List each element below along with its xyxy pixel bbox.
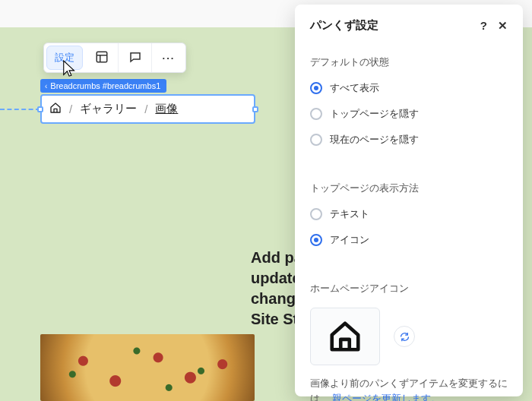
footer-note-link[interactable]: 親ページを更新します。 xyxy=(332,393,441,401)
radio-icon xyxy=(310,82,322,94)
radio-icon xyxy=(310,108,322,120)
more-icon: ··· xyxy=(163,52,176,64)
comment-button[interactable] xyxy=(119,43,152,72)
refresh-icon xyxy=(399,331,410,343)
option-label: 現在のページを隠す xyxy=(330,133,419,147)
close-button[interactable]: ✕ xyxy=(498,19,508,33)
help-button[interactable]: ? xyxy=(480,19,487,32)
element-tag-label: Breadcrumbs #breadcrumbs1 xyxy=(50,81,160,90)
guideline xyxy=(0,109,40,110)
panel-header: パンくず設定 ? ✕ xyxy=(310,18,508,33)
resize-handle-right[interactable] xyxy=(252,106,258,112)
breadcrumb-item: ギャラリー xyxy=(80,102,137,116)
option-label: すべて表示 xyxy=(330,81,379,95)
breadcrumb-separator: / xyxy=(144,103,147,115)
layout-icon xyxy=(95,50,109,66)
editor-canvas: 設定 ··· ‹ Breadcrumbs #breadcrumbs1 / ギャラ… xyxy=(0,0,532,401)
option-label: トップページを隠す xyxy=(330,107,419,121)
cursor-icon xyxy=(62,59,78,79)
option-label: テキスト xyxy=(330,207,369,221)
layout-button[interactable] xyxy=(85,43,119,72)
breadcrumb-separator: / xyxy=(69,103,72,115)
radio-icon xyxy=(310,134,322,146)
option-show-all[interactable]: すべて表示 xyxy=(310,75,508,101)
breadcrumb-element[interactable]: / ギャラリー / 画像 xyxy=(40,94,255,124)
home-icon-preview[interactable] xyxy=(310,308,380,365)
option-home-text[interactable]: テキスト xyxy=(310,201,508,227)
option-hide-top[interactable]: トップページを隠す xyxy=(310,101,508,127)
image-placeholder[interactable] xyxy=(40,334,255,401)
section-title-home-display: トップページの表示方法 xyxy=(310,182,508,195)
more-button[interactable]: ··· xyxy=(152,43,185,72)
radio-icon xyxy=(310,208,322,220)
refresh-icon-button[interactable] xyxy=(394,326,415,347)
option-hide-current[interactable]: 現在のページを隠す xyxy=(310,127,508,153)
svg-rect-0 xyxy=(97,52,107,62)
resize-handle-left[interactable] xyxy=(37,106,43,112)
section-title-home-icon: ホームページアイコン xyxy=(310,282,508,295)
home-icon xyxy=(328,319,363,354)
radio-icon xyxy=(310,234,322,246)
comment-icon xyxy=(128,50,142,66)
element-tag[interactable]: ‹ Breadcrumbs #breadcrumbs1 xyxy=(40,79,166,93)
option-label: アイコン xyxy=(330,233,369,247)
breadcrumb-item-current: 画像 xyxy=(155,102,178,116)
home-icon xyxy=(49,102,62,116)
settings-panel: パンくず設定 ? ✕ デフォルトの状態 すべて表示 トップページを隠す 現在のペ… xyxy=(295,5,523,396)
panel-footer-note: 画像より前のパンくずアイテムを変更するには、 親ページを更新します。 xyxy=(310,365,508,401)
option-home-icon[interactable]: アイコン xyxy=(310,227,508,253)
section-title-default-state: デフォルトの状態 xyxy=(310,55,508,69)
panel-title: パンくず設定 xyxy=(310,18,378,33)
chevron-left-icon: ‹ xyxy=(45,82,47,90)
